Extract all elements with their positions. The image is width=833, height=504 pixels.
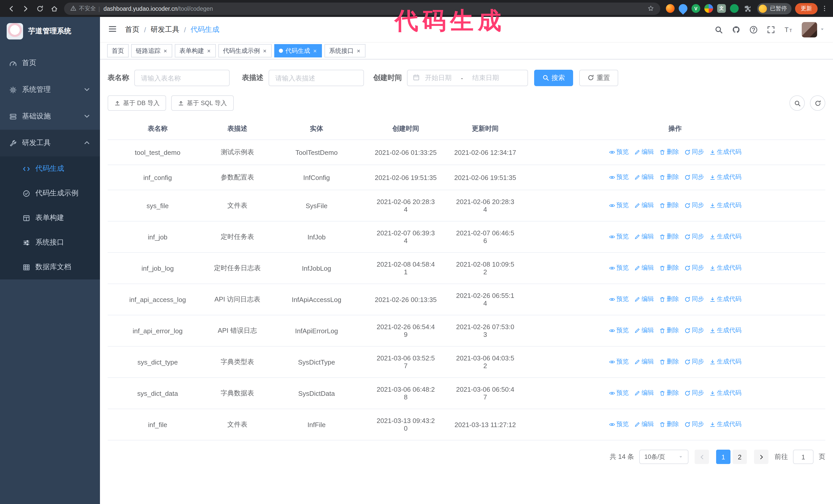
delete-link[interactable]: 删除 (659, 326, 679, 335)
delete-link[interactable]: 删除 (659, 148, 679, 157)
toggle-search-button[interactable] (789, 95, 805, 111)
preview-link[interactable]: 预览 (609, 233, 629, 241)
help-icon[interactable] (749, 25, 758, 33)
tab-close-icon[interactable] (356, 48, 361, 53)
import-db-button[interactable]: 基于 DB 导入 (108, 95, 166, 111)
arrow-right-button[interactable] (20, 2, 32, 15)
tab-close-icon[interactable] (207, 48, 211, 53)
sidebar-item-home[interactable]: 首页 (0, 50, 100, 76)
sidebar-item-codegen-example[interactable]: 代码生成示例 (0, 181, 100, 206)
home-button[interactable] (48, 2, 61, 15)
preview-link[interactable]: 预览 (609, 326, 629, 335)
search-icon[interactable] (715, 25, 723, 33)
sync-link[interactable]: 同步 (684, 326, 704, 335)
page-button-1[interactable]: 1 (716, 450, 731, 464)
edit-link[interactable]: 编辑 (634, 358, 654, 366)
logo[interactable]: 芋道管理系统 (0, 17, 100, 46)
bookmark-star-icon[interactable] (647, 5, 654, 12)
fullscreen-icon[interactable] (767, 25, 775, 33)
sidebar-item-db-doc[interactable]: 数据库文档 (0, 255, 100, 280)
tab-home[interactable]: 首页 (107, 44, 129, 57)
delete-link[interactable]: 删除 (659, 295, 679, 304)
sidebar-item-form-builder[interactable]: 表单构建 (0, 206, 100, 230)
goto-page-input[interactable] (793, 450, 813, 464)
sync-link[interactable]: 同步 (684, 173, 704, 182)
table-desc-input[interactable] (269, 70, 364, 86)
delete-link[interactable]: 删除 (659, 201, 679, 210)
reload-button[interactable] (34, 2, 46, 15)
tab-close-icon[interactable] (262, 48, 267, 53)
edit-link[interactable]: 编辑 (634, 326, 654, 335)
tab-system-api[interactable]: 系统接口 (325, 44, 365, 57)
edit-link[interactable]: 编辑 (634, 420, 654, 429)
sidebar-item-system[interactable]: 系统管理 (0, 76, 100, 103)
tab-close-icon[interactable] (163, 48, 168, 53)
generate-link[interactable]: 生成代码 (709, 233, 741, 241)
sidebar-item-codegen[interactable]: 代码生成 (0, 157, 100, 181)
people-extension-icon[interactable] (704, 4, 713, 13)
browser-menu-icon[interactable] (821, 5, 828, 12)
edit-link[interactable]: 编辑 (634, 148, 654, 157)
sync-link[interactable]: 同步 (684, 420, 704, 429)
check-extension-icon[interactable]: V (691, 4, 700, 13)
search-button[interactable]: 搜索 (534, 70, 573, 86)
reset-button[interactable]: 重置 (579, 70, 618, 86)
sync-link[interactable]: 同步 (684, 233, 704, 241)
preview-link[interactable]: 预览 (609, 173, 629, 182)
preview-link[interactable]: 预览 (609, 264, 629, 272)
breadcrumb-item[interactable]: 首页 (125, 25, 139, 34)
sidebar-item-devtools[interactable]: 研发工具 (0, 130, 100, 157)
edit-link[interactable]: 编辑 (634, 264, 654, 272)
tab-form-builder[interactable]: 表单构建 (175, 44, 216, 57)
tab-close-icon[interactable] (313, 48, 317, 53)
github-icon[interactable] (732, 25, 740, 33)
preview-link[interactable]: 预览 (609, 420, 629, 429)
generate-link[interactable]: 生成代码 (709, 201, 741, 210)
generate-link[interactable]: 生成代码 (709, 264, 741, 272)
delete-link[interactable]: 删除 (659, 358, 679, 366)
generate-link[interactable]: 生成代码 (709, 148, 741, 157)
next-page-button[interactable] (754, 450, 768, 464)
generate-link[interactable]: 生成代码 (709, 295, 741, 304)
preview-link[interactable]: 预览 (609, 295, 629, 304)
fox-extension-icon[interactable] (666, 4, 674, 13)
sidebar-item-system-api[interactable]: 系统接口 (0, 230, 100, 255)
preview-link[interactable]: 预览 (609, 148, 629, 157)
delete-link[interactable]: 删除 (659, 264, 679, 272)
profile-chip[interactable]: 已暂停 (757, 3, 791, 14)
prev-page-button[interactable] (695, 450, 709, 464)
drop-extension-icon[interactable] (677, 2, 689, 15)
tab-trace[interactable]: 链路追踪 (131, 44, 172, 57)
arrow-left-button[interactable] (5, 2, 18, 15)
leaf-extension-icon[interactable] (730, 4, 739, 13)
edit-link[interactable]: 编辑 (634, 201, 654, 210)
puzzle-extension-icon[interactable] (743, 4, 752, 13)
tab-codegen-example[interactable]: 代码生成示例 (218, 44, 272, 57)
generate-link[interactable]: 生成代码 (709, 173, 741, 182)
sync-link[interactable]: 同步 (684, 201, 704, 210)
tab-codegen[interactable]: 代码生成 (274, 44, 322, 57)
url-bar[interactable]: 不安全 | dashboard.yudao.iocoder.cn/tool/co… (64, 2, 660, 15)
delete-link[interactable]: 删除 (659, 420, 679, 429)
sync-link[interactable]: 同步 (684, 264, 704, 272)
page-button-2[interactable]: 2 (733, 450, 747, 464)
import-sql-button[interactable]: 基于 SQL 导入 (171, 95, 234, 111)
edit-link[interactable]: 编辑 (634, 233, 654, 241)
breadcrumb-item[interactable]: 研发工具 (151, 25, 180, 34)
delete-link[interactable]: 删除 (659, 233, 679, 241)
generate-link[interactable]: 生成代码 (709, 326, 741, 335)
sync-link[interactable]: 同步 (684, 148, 704, 157)
font-size-icon[interactable]: TT (784, 25, 792, 33)
edit-link[interactable]: 编辑 (634, 295, 654, 304)
preview-link[interactable]: 预览 (609, 389, 629, 398)
sync-link[interactable]: 同步 (684, 295, 704, 304)
security-chip[interactable]: 不安全 | (70, 5, 100, 12)
refresh-table-button[interactable] (810, 95, 825, 111)
page-size-select[interactable]: 10条/页 (639, 450, 688, 464)
delete-link[interactable]: 删除 (659, 389, 679, 398)
table-name-input[interactable] (134, 70, 230, 86)
preview-link[interactable]: 预览 (609, 358, 629, 366)
generate-link[interactable]: 生成代码 (709, 358, 741, 366)
sidebar-item-infra[interactable]: 基础设施 (0, 103, 100, 130)
user-menu[interactable] (802, 22, 825, 37)
